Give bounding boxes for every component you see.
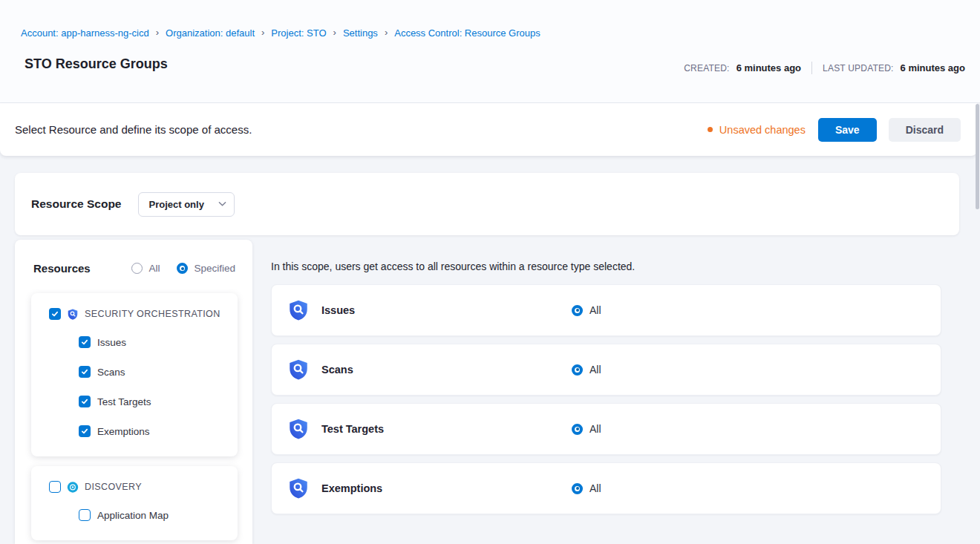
- resource-groups-tree: SECURITY ORCHESTRATIONIssuesScansTest Ta…: [31, 293, 238, 540]
- child-row-scans: Scans: [31, 357, 238, 387]
- resources-sidebar-panel: Resources AllSpecified SECURITY ORCHESTR…: [15, 240, 252, 544]
- resource-group-card-security-orchestration: SECURITY ORCHESTRATIONIssuesScansTest Ta…: [31, 293, 238, 456]
- meta-divider: [811, 62, 812, 74]
- radio-label: All: [148, 263, 160, 274]
- child-row-test-targets: Test Targets: [31, 387, 238, 416]
- radio-selected-icon: [572, 305, 583, 316]
- resources-title: Resources: [33, 262, 91, 275]
- access-radio-label: All: [589, 364, 601, 376]
- created-value: 6 minutes ago: [736, 62, 801, 73]
- unsaved-changes-dot-icon: [708, 127, 713, 132]
- resource-group-card-discovery: DISCOVERYApplication Map: [31, 466, 238, 540]
- resource-card-title: Test Targets: [321, 423, 384, 435]
- access-radio-scans[interactable]: All: [572, 364, 601, 376]
- child-row-exemptions: Exemptions: [31, 416, 238, 446]
- chevron-down-icon: [218, 201, 226, 207]
- discard-button[interactable]: Discard: [889, 118, 961, 142]
- vertical-scrollbar[interactable]: [976, 104, 979, 209]
- resource-scope-dropdown[interactable]: Project only: [138, 192, 235, 217]
- radio-unselected-icon: [131, 263, 143, 274]
- action-toolbar: Select Resource and define its scope of …: [0, 103, 977, 156]
- child-row-application-map: Application Map: [31, 500, 238, 530]
- breadcrumb-item-organization-default[interactable]: Organization: default: [166, 27, 255, 39]
- resource-card-exemptions: ExemptionsAll: [271, 462, 941, 514]
- access-radio-label: All: [589, 423, 601, 435]
- child-label: Test Targets: [97, 396, 151, 407]
- access-radio-label: All: [589, 304, 601, 316]
- breadcrumb-separator-icon: ›: [333, 27, 336, 38]
- resources-header: Resources AllSpecified: [33, 262, 235, 275]
- header-meta: CREATED: 6 minutes ago LAST UPDATED: 6 m…: [684, 62, 965, 74]
- resource-card-test-targets: Test TargetsAll: [271, 403, 941, 455]
- sto-shield-icon: [287, 298, 310, 322]
- checkbox-test-targets[interactable]: [79, 396, 91, 407]
- breadcrumb-item-settings[interactable]: Settings: [343, 27, 378, 39]
- checkbox-application-map[interactable]: [79, 509, 91, 521]
- breadcrumb-item-access-control-resource-groups[interactable]: Access Control: Resource Groups: [394, 27, 540, 39]
- created-label: CREATED:: [684, 63, 729, 73]
- resource-group-detail-page: Account: app-harness-ng-cicd›Organizatio…: [0, 0, 980, 544]
- last-updated-label: LAST UPDATED:: [823, 63, 894, 73]
- access-radio-label: All: [589, 482, 601, 494]
- checkbox-discovery[interactable]: [49, 481, 61, 493]
- sto-shield-icon: [287, 358, 310, 381]
- page-title: STO Resource Groups: [24, 56, 168, 72]
- group-row-discovery: DISCOVERY: [31, 473, 238, 500]
- radio-selected-icon: [572, 483, 583, 494]
- group-label: DISCOVERY: [85, 482, 142, 492]
- access-radio-test-targets[interactable]: All: [572, 423, 601, 435]
- child-label: Application Map: [97, 510, 169, 521]
- checkbox-scans[interactable]: [79, 366, 91, 378]
- discovery-icon: [67, 481, 79, 494]
- child-label: Issues: [97, 337, 126, 348]
- checkbox-exemptions[interactable]: [79, 425, 91, 437]
- resources-scope-radio-group: AllSpecified: [131, 263, 235, 274]
- unsaved-changes-text: Unsaved changes: [719, 124, 806, 136]
- resource-card-title: Scans: [321, 364, 353, 376]
- resource-scope-panel: Resource Scope Project only: [15, 173, 959, 235]
- group-row-security-orchestration: SECURITY ORCHESTRATION: [31, 301, 238, 327]
- resource-scope-selected-value: Project only: [148, 199, 203, 210]
- toolbar-description: Select Resource and define its scope of …: [15, 123, 252, 136]
- radio-selected-icon: [177, 263, 188, 274]
- save-button[interactable]: Save: [818, 118, 877, 142]
- sto-shield-icon: [287, 476, 310, 500]
- resources-radio-specified[interactable]: Specified: [177, 263, 235, 274]
- radio-selected-icon: [572, 364, 583, 376]
- resource-cards-list: IssuesAllScansAllTest TargetsAllExemptio…: [271, 284, 941, 514]
- breadcrumb-item-project-sto[interactable]: Project: STO: [271, 27, 326, 39]
- breadcrumb-separator-icon: ›: [261, 27, 264, 38]
- sto-shield-icon: [287, 417, 310, 441]
- resource-scope-label: Resource Scope: [31, 197, 121, 211]
- resources-radio-all[interactable]: All: [131, 263, 160, 274]
- group-label: SECURITY ORCHESTRATION: [85, 309, 220, 319]
- resource-card-title: Exemptions: [321, 482, 382, 494]
- toolbar-actions: Unsaved changes Save Discard: [708, 118, 961, 142]
- checkbox-security-orchestration[interactable]: [49, 308, 61, 320]
- page-header: Account: app-harness-ng-cicd›Organizatio…: [0, 0, 980, 103]
- breadcrumb-item-account-app-harness-ng-cicd[interactable]: Account: app-harness-ng-cicd: [21, 27, 149, 39]
- scope-description: In this scope, users get access to all r…: [271, 260, 635, 272]
- breadcrumb-separator-icon: ›: [156, 27, 159, 38]
- radio-label: Specified: [194, 263, 235, 274]
- radio-selected-icon: [572, 424, 583, 435]
- checkbox-issues[interactable]: [79, 336, 91, 348]
- child-row-issues: Issues: [31, 327, 238, 357]
- access-radio-exemptions[interactable]: All: [572, 482, 601, 494]
- sto-shield-icon: [67, 308, 79, 321]
- breadcrumb-separator-icon: ›: [385, 27, 388, 38]
- access-radio-issues[interactable]: All: [572, 304, 601, 316]
- resource-card-issues: IssuesAll: [271, 284, 941, 336]
- breadcrumb: Account: app-harness-ng-cicd›Organizatio…: [21, 27, 540, 39]
- resource-card-title: Issues: [321, 304, 355, 316]
- child-label: Scans: [97, 367, 125, 378]
- child-label: Exemptions: [97, 426, 150, 437]
- last-updated-value: 6 minutes ago: [901, 62, 965, 73]
- resource-card-scans: ScansAll: [271, 344, 941, 396]
